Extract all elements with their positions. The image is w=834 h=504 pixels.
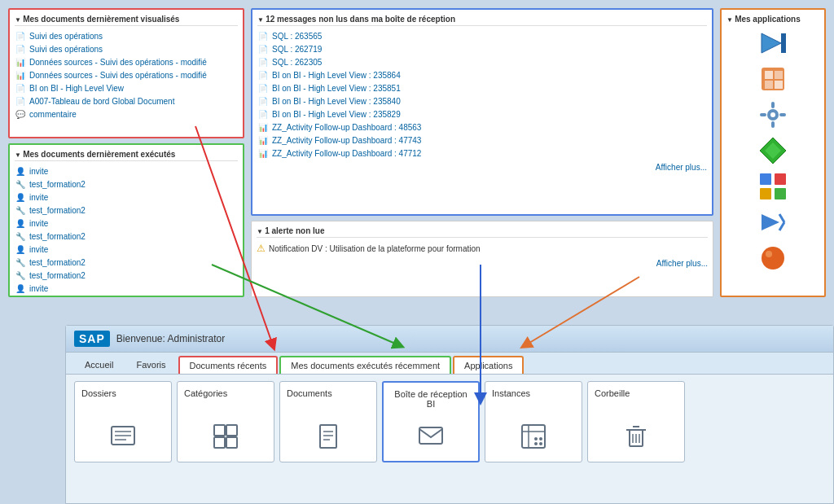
list-item[interactable]: 🔧 test_formation2: [15, 177, 238, 191]
list-item[interactable]: 📄 BI on BI - High Level View : 235851: [257, 81, 707, 94]
app-icon-1[interactable]: [758, 28, 788, 58]
list-item[interactable]: 👤 invite: [15, 164, 238, 177]
tile-corbeille[interactable]: Corbeille: [587, 381, 685, 462]
svg-rect-28: [214, 425, 225, 436]
show-more-messages[interactable]: Afficher plus...: [257, 160, 707, 172]
list-item[interactable]: 📄 BI on BI - High Level View : 235864: [257, 68, 707, 81]
tile-categories[interactable]: Catégories: [177, 381, 274, 462]
list-item[interactable]: 💬 commentaire: [15, 107, 238, 121]
svg-point-42: [534, 442, 538, 445]
app-icon-3[interactable]: [758, 100, 788, 129]
list-item[interactable]: 👤 invite: [15, 243, 238, 256]
svg-rect-16: [775, 173, 786, 185]
list-item[interactable]: 👤 invite: [15, 191, 238, 204]
list-item[interactable]: 🔧 test_formation2: [15, 256, 238, 269]
list-item[interactable]: 👤 invite: [15, 217, 238, 230]
alert-icon: ⚠: [257, 243, 266, 254]
user-icon: 👤: [15, 283, 26, 294]
list-item[interactable]: 🔧 test_formation2: [15, 269, 238, 282]
tile-label: Corbeille: [595, 388, 630, 398]
tool-icon: 🔧: [15, 178, 26, 190]
sap-header: SAP Bienvenue: Administrator: [66, 326, 833, 353]
svg-point-23: [766, 251, 772, 257]
svg-point-41: [539, 437, 542, 440]
sap-welcome: Bienvenue: Administrator: [116, 333, 225, 344]
svg-rect-3: [765, 71, 773, 79]
user-icon: 👤: [15, 191, 26, 203]
messages-list: 📄 SQL : 263565 📄 SQL : 262719 📄 SQL : 26…: [257, 29, 707, 160]
instances-icon: [520, 423, 546, 455]
list-item[interactable]: 📄 SQL : 263565: [257, 29, 707, 42]
messages-title: 12 messages non lus dans ma boîte de réc…: [257, 15, 707, 26]
tool-icon: 🔧: [15, 204, 26, 216]
tile-boite-reception[interactable]: Boîte de réception BI: [382, 381, 480, 462]
tile-label: Dossiers: [81, 388, 116, 398]
list-item[interactable]: 🔧 test_formation2: [15, 230, 238, 243]
list-item[interactable]: 📄 A007-Tableau de bord Global Document: [15, 94, 238, 107]
app-icon-2[interactable]: [758, 64, 788, 94]
doc-icon: 📄: [15, 43, 26, 55]
left-column: Mes documents dernièrement visualisés 📄 …: [8, 8, 244, 297]
tab-accueil[interactable]: Accueil: [74, 356, 124, 374]
list-item[interactable]: 📊 Données sources - Suivi des opérations…: [15, 55, 238, 68]
list-item[interactable]: 📄 BI on BI - High Level View : 235840: [257, 94, 707, 107]
user-icon: 👤: [15, 217, 26, 229]
doc-icon: 📄: [257, 82, 269, 94]
svg-point-8: [770, 112, 775, 117]
apps-panel: Mes applications: [720, 8, 826, 297]
documents-icon: [315, 423, 341, 455]
recent-docs-panel: Mes documents dernièrement visualisés 📄 …: [8, 8, 244, 138]
svg-point-22: [762, 247, 784, 270]
tile-instances[interactable]: Instances: [485, 381, 582, 462]
tab-favoris[interactable]: Favoris: [125, 356, 176, 374]
list-item[interactable]: 📄 SQL : 262719: [257, 42, 707, 55]
tab-documents-recents[interactable]: Documents récents: [178, 356, 279, 374]
list-item[interactable]: 📄 Suivi des opérations: [15, 29, 238, 42]
list-item[interactable]: 🔧 test_formation2: [15, 204, 238, 217]
svg-rect-9: [771, 102, 775, 108]
tile-label: Instances: [492, 388, 530, 398]
svg-rect-10: [771, 121, 775, 128]
doc-icon: 📄: [257, 43, 269, 55]
doc-icon: 📄: [257, 108, 269, 120]
recent-docs-title: Mes documents dernièrement visualisés: [15, 15, 238, 26]
list-item[interactable]: 📊 Données sources - Suivi des opérations…: [15, 68, 238, 81]
list-item[interactable]: 📊 ZZ_Activity Follow-up Dashboard : 4856…: [257, 121, 707, 134]
list-item[interactable]: 📄 Suivi des opérations: [15, 42, 238, 55]
svg-rect-17: [760, 188, 771, 199]
user-icon: 👤: [15, 243, 26, 255]
list-item[interactable]: 📄 SQL : 262305: [257, 55, 707, 68]
svg-marker-0: [762, 33, 781, 53]
tile-label: Catégories: [184, 388, 227, 398]
tile-documents[interactable]: Documents: [279, 381, 377, 462]
svg-rect-30: [214, 437, 225, 448]
list-item[interactable]: 📄 BI on BI - High Level View : 235829: [257, 107, 707, 121]
data-icon: 📄: [15, 95, 26, 107]
svg-rect-32: [320, 425, 336, 448]
tab-applications[interactable]: Applications: [453, 356, 524, 374]
tab-documents-executes[interactable]: Mes documents exécutés récemment: [279, 356, 451, 374]
app-icon-4[interactable]: [758, 136, 788, 165]
show-more-alerts[interactable]: Afficher plus...: [257, 256, 708, 268]
app-icon-7[interactable]: [758, 243, 788, 273]
trash-icon: [623, 423, 649, 455]
list-item[interactable]: 📊 ZZ_Activity Follow-up Dashboard : 4774…: [257, 134, 707, 147]
app-icons-list: [726, 28, 819, 273]
app-icon-6[interactable]: [758, 208, 788, 237]
svg-rect-12: [779, 113, 786, 116]
svg-point-40: [534, 437, 538, 440]
chart-icon: 📊: [257, 134, 269, 146]
app-icon-5[interactable]: [758, 172, 788, 201]
svg-rect-4: [775, 71, 783, 79]
doc-icon: 📄: [257, 30, 269, 42]
list-item[interactable]: 📊 ZZ_Activity Follow-up Dashboard : 4771…: [257, 147, 707, 160]
alert-item[interactable]: ⚠ Notification DV : Utilisation de la pl…: [257, 241, 708, 256]
list-item[interactable]: 👤 invite: [15, 282, 238, 295]
tile-label: Documents: [287, 388, 332, 398]
tile-dossiers[interactable]: Dossiers: [74, 381, 172, 462]
svg-rect-5: [765, 81, 773, 89]
list-item[interactable]: 📄 BI on BI - High Level View: [15, 81, 238, 94]
middle-column: 12 messages non lus dans ma boîte de réc…: [251, 8, 713, 297]
tool-icon: 🔧: [15, 256, 26, 268]
right-column: Mes applications: [720, 8, 826, 297]
